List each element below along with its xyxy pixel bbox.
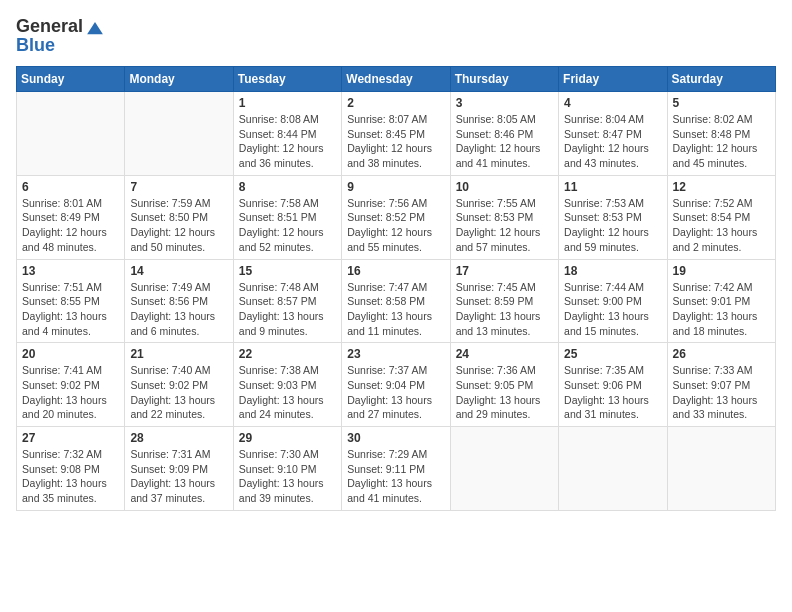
day-number: 1 — [239, 96, 336, 110]
day-info: Sunrise: 7:47 AMSunset: 8:58 PMDaylight:… — [347, 280, 444, 339]
svg-marker-0 — [87, 21, 103, 33]
calendar-cell: 9Sunrise: 7:56 AMSunset: 8:52 PMDaylight… — [342, 175, 450, 259]
calendar-cell — [17, 92, 125, 176]
calendar-cell: 22Sunrise: 7:38 AMSunset: 9:03 PMDayligh… — [233, 343, 341, 427]
calendar-cell: 20Sunrise: 7:41 AMSunset: 9:02 PMDayligh… — [17, 343, 125, 427]
day-info: Sunrise: 7:52 AMSunset: 8:54 PMDaylight:… — [673, 196, 770, 255]
day-number: 25 — [564, 347, 661, 361]
day-info: Sunrise: 7:29 AMSunset: 9:11 PMDaylight:… — [347, 447, 444, 506]
calendar-header-sunday: Sunday — [17, 67, 125, 92]
calendar-table: SundayMondayTuesdayWednesdayThursdayFrid… — [16, 66, 776, 511]
day-number: 29 — [239, 431, 336, 445]
calendar-cell: 30Sunrise: 7:29 AMSunset: 9:11 PMDayligh… — [342, 427, 450, 511]
calendar-header-friday: Friday — [559, 67, 667, 92]
calendar-cell: 16Sunrise: 7:47 AMSunset: 8:58 PMDayligh… — [342, 259, 450, 343]
day-info: Sunrise: 7:38 AMSunset: 9:03 PMDaylight:… — [239, 363, 336, 422]
day-number: 12 — [673, 180, 770, 194]
day-number: 2 — [347, 96, 444, 110]
day-number: 3 — [456, 96, 553, 110]
logo: General Blue — [16, 16, 104, 56]
calendar-cell: 21Sunrise: 7:40 AMSunset: 9:02 PMDayligh… — [125, 343, 233, 427]
calendar-header-wednesday: Wednesday — [342, 67, 450, 92]
day-number: 10 — [456, 180, 553, 194]
day-info: Sunrise: 7:45 AMSunset: 8:59 PMDaylight:… — [456, 280, 553, 339]
calendar-cell: 6Sunrise: 8:01 AMSunset: 8:49 PMDaylight… — [17, 175, 125, 259]
calendar-cell: 10Sunrise: 7:55 AMSunset: 8:53 PMDayligh… — [450, 175, 558, 259]
day-info: Sunrise: 8:07 AMSunset: 8:45 PMDaylight:… — [347, 112, 444, 171]
calendar-week-4: 27Sunrise: 7:32 AMSunset: 9:08 PMDayligh… — [17, 427, 776, 511]
day-number: 4 — [564, 96, 661, 110]
day-number: 27 — [22, 431, 119, 445]
calendar-cell: 18Sunrise: 7:44 AMSunset: 9:00 PMDayligh… — [559, 259, 667, 343]
calendar-cell: 25Sunrise: 7:35 AMSunset: 9:06 PMDayligh… — [559, 343, 667, 427]
calendar-header-row: SundayMondayTuesdayWednesdayThursdayFrid… — [17, 67, 776, 92]
calendar-cell: 17Sunrise: 7:45 AMSunset: 8:59 PMDayligh… — [450, 259, 558, 343]
day-info: Sunrise: 7:35 AMSunset: 9:06 PMDaylight:… — [564, 363, 661, 422]
day-number: 5 — [673, 96, 770, 110]
day-info: Sunrise: 7:56 AMSunset: 8:52 PMDaylight:… — [347, 196, 444, 255]
day-info: Sunrise: 7:31 AMSunset: 9:09 PMDaylight:… — [130, 447, 227, 506]
day-info: Sunrise: 7:55 AMSunset: 8:53 PMDaylight:… — [456, 196, 553, 255]
calendar-cell: 23Sunrise: 7:37 AMSunset: 9:04 PMDayligh… — [342, 343, 450, 427]
page-header: General Blue — [16, 16, 776, 56]
calendar-cell: 28Sunrise: 7:31 AMSunset: 9:09 PMDayligh… — [125, 427, 233, 511]
day-info: Sunrise: 7:42 AMSunset: 9:01 PMDaylight:… — [673, 280, 770, 339]
calendar-cell: 29Sunrise: 7:30 AMSunset: 9:10 PMDayligh… — [233, 427, 341, 511]
day-number: 13 — [22, 264, 119, 278]
calendar-week-0: 1Sunrise: 8:08 AMSunset: 8:44 PMDaylight… — [17, 92, 776, 176]
calendar-header-thursday: Thursday — [450, 67, 558, 92]
calendar-cell — [667, 427, 775, 511]
calendar-week-2: 13Sunrise: 7:51 AMSunset: 8:55 PMDayligh… — [17, 259, 776, 343]
calendar-header-tuesday: Tuesday — [233, 67, 341, 92]
day-number: 16 — [347, 264, 444, 278]
day-number: 14 — [130, 264, 227, 278]
day-number: 23 — [347, 347, 444, 361]
day-number: 18 — [564, 264, 661, 278]
day-number: 9 — [347, 180, 444, 194]
calendar-cell: 19Sunrise: 7:42 AMSunset: 9:01 PMDayligh… — [667, 259, 775, 343]
calendar-cell: 11Sunrise: 7:53 AMSunset: 8:53 PMDayligh… — [559, 175, 667, 259]
calendar-week-1: 6Sunrise: 8:01 AMSunset: 8:49 PMDaylight… — [17, 175, 776, 259]
calendar-cell: 7Sunrise: 7:59 AMSunset: 8:50 PMDaylight… — [125, 175, 233, 259]
day-info: Sunrise: 7:30 AMSunset: 9:10 PMDaylight:… — [239, 447, 336, 506]
calendar-week-3: 20Sunrise: 7:41 AMSunset: 9:02 PMDayligh… — [17, 343, 776, 427]
day-info: Sunrise: 7:40 AMSunset: 9:02 PMDaylight:… — [130, 363, 227, 422]
calendar-cell: 2Sunrise: 8:07 AMSunset: 8:45 PMDaylight… — [342, 92, 450, 176]
calendar-header-saturday: Saturday — [667, 67, 775, 92]
calendar-cell: 5Sunrise: 8:02 AMSunset: 8:48 PMDaylight… — [667, 92, 775, 176]
calendar-cell — [559, 427, 667, 511]
day-number: 11 — [564, 180, 661, 194]
calendar-cell: 8Sunrise: 7:58 AMSunset: 8:51 PMDaylight… — [233, 175, 341, 259]
day-number: 30 — [347, 431, 444, 445]
calendar-cell: 1Sunrise: 8:08 AMSunset: 8:44 PMDaylight… — [233, 92, 341, 176]
day-number: 28 — [130, 431, 227, 445]
calendar-cell: 26Sunrise: 7:33 AMSunset: 9:07 PMDayligh… — [667, 343, 775, 427]
day-info: Sunrise: 7:44 AMSunset: 9:00 PMDaylight:… — [564, 280, 661, 339]
day-number: 24 — [456, 347, 553, 361]
calendar-body: 1Sunrise: 8:08 AMSunset: 8:44 PMDaylight… — [17, 92, 776, 511]
calendar-cell: 12Sunrise: 7:52 AMSunset: 8:54 PMDayligh… — [667, 175, 775, 259]
day-info: Sunrise: 7:48 AMSunset: 8:57 PMDaylight:… — [239, 280, 336, 339]
day-info: Sunrise: 7:53 AMSunset: 8:53 PMDaylight:… — [564, 196, 661, 255]
day-number: 19 — [673, 264, 770, 278]
logo-icon — [86, 21, 104, 35]
day-info: Sunrise: 7:32 AMSunset: 9:08 PMDaylight:… — [22, 447, 119, 506]
day-number: 20 — [22, 347, 119, 361]
day-info: Sunrise: 8:04 AMSunset: 8:47 PMDaylight:… — [564, 112, 661, 171]
calendar-cell — [450, 427, 558, 511]
day-number: 26 — [673, 347, 770, 361]
day-number: 15 — [239, 264, 336, 278]
day-info: Sunrise: 7:49 AMSunset: 8:56 PMDaylight:… — [130, 280, 227, 339]
day-info: Sunrise: 7:33 AMSunset: 9:07 PMDaylight:… — [673, 363, 770, 422]
day-info: Sunrise: 8:08 AMSunset: 8:44 PMDaylight:… — [239, 112, 336, 171]
day-info: Sunrise: 7:58 AMSunset: 8:51 PMDaylight:… — [239, 196, 336, 255]
day-info: Sunrise: 8:05 AMSunset: 8:46 PMDaylight:… — [456, 112, 553, 171]
calendar-cell: 15Sunrise: 7:48 AMSunset: 8:57 PMDayligh… — [233, 259, 341, 343]
day-number: 22 — [239, 347, 336, 361]
day-info: Sunrise: 7:36 AMSunset: 9:05 PMDaylight:… — [456, 363, 553, 422]
day-number: 21 — [130, 347, 227, 361]
day-number: 7 — [130, 180, 227, 194]
day-number: 8 — [239, 180, 336, 194]
calendar-cell: 4Sunrise: 8:04 AMSunset: 8:47 PMDaylight… — [559, 92, 667, 176]
calendar-cell: 14Sunrise: 7:49 AMSunset: 8:56 PMDayligh… — [125, 259, 233, 343]
